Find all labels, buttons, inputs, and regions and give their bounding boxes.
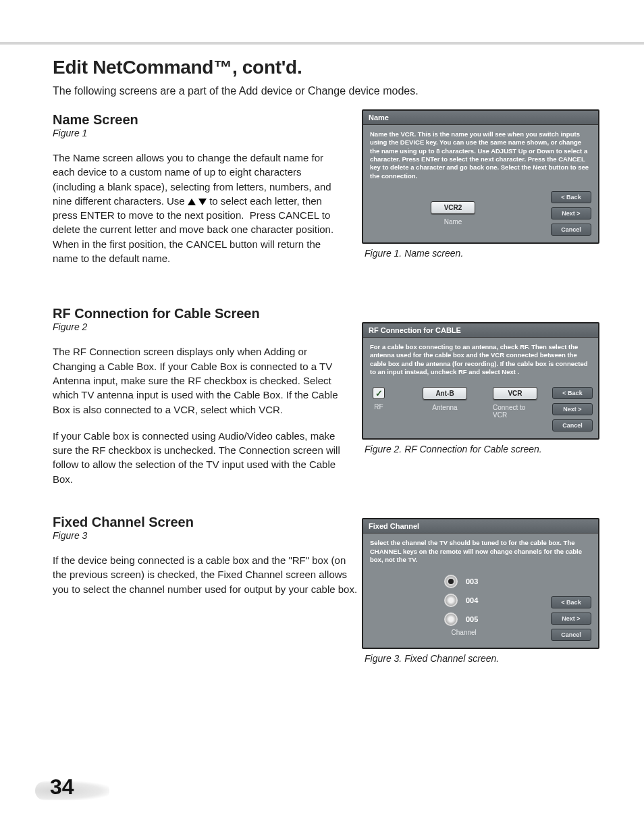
figure-3-desc: Select the channel the TV should be tune… bbox=[370, 539, 591, 564]
channel-option[interactable]: 003 bbox=[444, 575, 478, 588]
heading-name-screen: Name Screen bbox=[53, 112, 343, 128]
rf-checkbox-label: RF bbox=[374, 403, 383, 411]
figure-2-screenshot: RF Connection for CABLE For a cable box … bbox=[362, 322, 599, 440]
page-title: Edit NetCommand™, cont'd. bbox=[53, 57, 591, 78]
vcr-label: Connect to VCR bbox=[493, 404, 537, 419]
cancel-button[interactable]: Cancel bbox=[551, 629, 591, 641]
vcr-chip[interactable]: VCR bbox=[493, 387, 537, 400]
up-arrow-icon bbox=[188, 199, 196, 205]
antenna-chip[interactable]: Ant-B bbox=[423, 387, 467, 400]
channel-option-label: 003 bbox=[466, 577, 478, 585]
figure-1-screenshot: Name Name the VCR. This is the name you … bbox=[362, 109, 599, 244]
radio-icon bbox=[444, 613, 458, 626]
body-rf-2: If your Cable box is connected using Aud… bbox=[53, 429, 343, 486]
fig-ref-3: Figure 3 bbox=[53, 530, 343, 541]
back-button[interactable]: < Back bbox=[552, 387, 593, 399]
body-fixed: If the device being connected is a cable… bbox=[53, 553, 360, 596]
cancel-button[interactable]: Cancel bbox=[551, 224, 591, 236]
next-button[interactable]: Next > bbox=[552, 403, 593, 415]
page-number-value: 34 bbox=[50, 775, 74, 800]
figure-3-screenshot: Fixed Channel Select the channel the TV … bbox=[362, 518, 599, 649]
channel-group-label: Channel bbox=[450, 629, 478, 636]
radio-icon bbox=[444, 594, 458, 607]
channel-option[interactable]: 005 bbox=[444, 613, 478, 626]
radio-icon bbox=[444, 575, 458, 588]
heading-fixed-screen: Fixed Channel Screen bbox=[53, 515, 343, 530]
fig-ref-1: Figure 1 bbox=[53, 128, 343, 138]
body-name-screen: The Name screen allows you to change the… bbox=[53, 151, 343, 265]
page-number: 34 bbox=[35, 781, 109, 800]
figure-1-title: Name bbox=[363, 111, 598, 125]
channel-option-label: 004 bbox=[466, 596, 478, 604]
channel-option-label: 005 bbox=[466, 615, 478, 623]
antenna-label: Antenna bbox=[432, 404, 457, 411]
heading-rf-screen: RF Connection for Cable Screen bbox=[53, 306, 343, 321]
figure-1-desc: Name the VCR. This is the name you will … bbox=[370, 130, 591, 180]
figure-2-caption: Figure 2. RF Connection for Cable screen… bbox=[365, 444, 599, 454]
next-button[interactable]: Next > bbox=[551, 207, 591, 219]
figure-3-title: Fixed Channel bbox=[363, 519, 598, 533]
figure-2-title: RF Connection for CABLE bbox=[363, 323, 598, 338]
rf-checkbox[interactable]: ✓ bbox=[373, 387, 385, 399]
name-value-chip[interactable]: VCR2 bbox=[431, 201, 475, 214]
fig-ref-2: Figure 2 bbox=[53, 321, 343, 332]
intro-text: The following screens are a part of the … bbox=[53, 85, 591, 97]
body-rf-1: The RF Connection screen displays only w… bbox=[53, 344, 343, 416]
name-value-label: Name bbox=[444, 218, 462, 226]
figure-3-caption: Figure 3. Fixed Channel screen. bbox=[365, 653, 599, 664]
next-button[interactable]: Next > bbox=[551, 613, 591, 625]
figure-2-desc: For a cable box connecting to an antenna… bbox=[370, 343, 591, 376]
cancel-button[interactable]: Cancel bbox=[552, 419, 593, 432]
back-button[interactable]: < Back bbox=[551, 191, 591, 203]
channel-option[interactable]: 004 bbox=[444, 594, 478, 607]
down-arrow-icon bbox=[198, 199, 207, 205]
back-button[interactable]: < Back bbox=[551, 596, 591, 608]
figure-1-caption: Figure 1. Name screen. bbox=[365, 248, 599, 259]
